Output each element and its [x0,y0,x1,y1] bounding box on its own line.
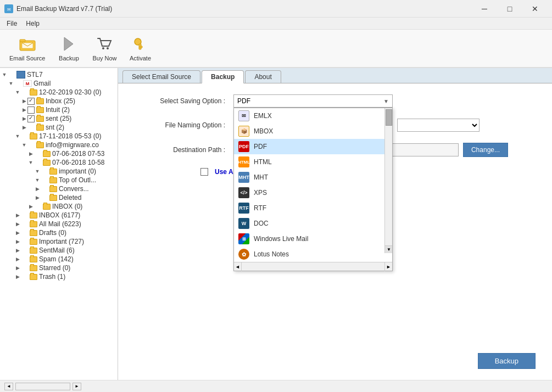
tree-item-important2[interactable]: ▶Important (727) [0,237,118,246]
checkbox-sent[interactable] [27,115,35,122]
file-naming-select[interactable] [397,119,479,132]
option-mht[interactable]: MHT MHT [234,170,392,185]
expand-icon-topofout[interactable]: ▼ [34,177,41,183]
buy-now-label: Buy Now [92,55,116,61]
expand-icon-gmail[interactable]: ▼ [8,80,14,87]
html-icon: HTML [238,156,249,167]
expand-icon-stl7[interactable]: ▼ [1,71,8,78]
tree-item-drafts[interactable]: ▶Drafts (0) [0,228,118,237]
expand-icon-sentmail[interactable]: ▶ [14,247,21,254]
minimize-button[interactable]: ─ [472,0,497,18]
option-html[interactable]: HTML HTML [234,154,392,170]
folder-icon-sentmail [30,248,37,254]
statusbar-scroll-left[interactable]: ◄ [4,383,13,390]
tree-item-gmail[interactable]: ▼MGmail [0,79,118,88]
tree-item-info[interactable]: ▼info@migrware.co [0,141,118,149]
expand-icon-intuit[interactable]: ▶ [21,107,27,113]
expand-icon-date2[interactable]: ▼ [14,133,21,139]
tree-item-date4[interactable]: ▼07-06-2018 10-58 [0,158,118,167]
mht-label: MHT [254,173,268,181]
tree-item-sentmail[interactable]: ▶SentMail (6) [0,246,118,255]
expand-icon-snt[interactable]: ▶ [21,124,27,131]
tree-item-inbox[interactable]: ▶Inbox (25) [0,97,118,105]
expand-icon-important2[interactable]: ▶ [14,238,21,245]
saving-option-label: Select Saving Option : [135,97,233,105]
folder-icon-date3 [43,151,51,157]
option-doc[interactable]: W DOC [234,216,392,231]
tree-label-starred: Starred (0) [39,264,70,272]
change-button[interactable]: Change... [463,143,508,157]
expand-icon-inbox[interactable]: ▶ [21,98,27,104]
xps-label: XPS [254,189,267,197]
hscroll-left-btn[interactable]: ◄ [234,262,242,271]
checkbox-inbox[interactable] [27,98,35,105]
menu-help[interactable]: Help [21,19,44,29]
tree-item-spam[interactable]: ▶Spam (142) [0,255,118,264]
tree-label-spam: Spam (142) [39,255,74,263]
tree-item-inbox3[interactable]: ▶INBOX (6177) [0,211,118,220]
svg-rect-10 [140,46,142,48]
tree-item-important[interactable]: ▼important (0) [0,167,118,176]
backup-toolbar-button[interactable]: Backup [52,32,85,65]
tree-item-date1[interactable]: ▼12-02-2019 02-30 (0) [0,88,118,97]
hscroll-right-btn[interactable]: ► [384,262,392,271]
expand-icon-inbox3[interactable]: ▶ [14,212,21,219]
expand-icon-date3[interactable]: ▶ [27,150,34,157]
close-button[interactable]: ✕ [522,0,548,18]
option-wlm[interactable]: ⊞ Windows Live Mail [234,231,392,247]
expand-icon-convers[interactable]: ▶ [34,186,41,192]
tree-item-topofout[interactable]: ▼Top of Outl... [0,176,118,184]
expand-icon-date1[interactable]: ▼ [14,89,21,96]
tab-backup[interactable]: Backup [202,70,244,83]
tree-item-sent[interactable]: ▶sent (25) [0,114,118,123]
option-pdf[interactable]: PDF PDF [234,139,392,154]
buy-now-button[interactable]: Buy Now [87,32,121,65]
tree-item-stl7[interactable]: ▼STL7 [0,70,118,79]
tree-item-trash[interactable]: ▶Trash (1) [0,272,118,281]
expand-icon-trash[interactable]: ▶ [14,273,21,280]
tree-item-convers[interactable]: ▶Convers... [0,184,118,193]
maximize-button[interactable]: □ [497,0,522,18]
expand-icon-spam[interactable]: ▶ [14,256,21,262]
statusbar-scroll: ◄ ► [4,383,81,390]
emlx-label: EMLX [254,112,272,120]
pdf-label: PDF [254,143,267,150]
tree-item-intuit[interactable]: ▶Intuit (2) [0,105,118,114]
option-lotus[interactable]: ✿ Lotus Notes [234,247,392,262]
expand-icon-important[interactable]: ▼ [34,168,41,175]
option-rtf[interactable]: RTF RTF [234,200,392,216]
tree-item-date2[interactable]: ▼17-11-2018 05-53 (0) [0,132,118,141]
checkbox-intuit[interactable] [27,107,35,114]
backup-button[interactable]: Backup [478,353,536,369]
advance-checkbox[interactable] [200,168,208,176]
tab-about[interactable]: About [245,70,281,83]
tree-item-starred[interactable]: ▶Starred (0) [0,264,118,272]
saving-option-dropdown[interactable]: PDF ▼ [233,94,393,108]
activate-icon [131,35,149,53]
dropdown-vscrollbar[interactable]: ▼ [384,108,392,253]
expand-icon-date4[interactable]: ▼ [27,159,34,166]
expand-icon-allmail[interactable]: ▶ [14,221,21,227]
expand-icon-inbox2[interactable]: ▶ [27,203,34,210]
menu-file[interactable]: File [2,19,21,29]
expand-icon-deleted[interactable]: ▶ [34,194,41,201]
statusbar-scroll-right[interactable]: ► [73,383,81,390]
tree-item-inbox2[interactable]: ▶INBOX (0) [0,202,118,211]
option-xps[interactable]: </> XPS [234,185,392,200]
email-source-button[interactable]: Email Source [4,32,50,65]
expand-icon-drafts[interactable]: ▶ [14,229,21,236]
folder-icon-snt [36,125,44,131]
tree-item-date3[interactable]: ▶07-06-2018 07-53 [0,149,118,158]
tree-item-deleted[interactable]: ▶Deleted [0,193,118,202]
option-mbox[interactable]: 📦 MBOX [234,124,392,139]
expand-icon-info[interactable]: ▼ [21,142,27,148]
tab-select-email-source[interactable]: Select Email Source [122,70,200,83]
scroll-down-btn[interactable]: ▼ [385,245,392,253]
lotus-label: Lotus Notes [254,250,289,258]
expand-icon-starred[interactable]: ▶ [14,265,21,271]
expand-icon-sent[interactable]: ▶ [21,115,27,122]
tree-item-allmail[interactable]: ▶All Mail (6223) [0,220,118,228]
activate-button[interactable]: Activate [124,32,157,65]
tree-item-snt[interactable]: ▶snt (2) [0,123,118,132]
option-emlx[interactable]: ✉ EMLX [234,108,392,124]
